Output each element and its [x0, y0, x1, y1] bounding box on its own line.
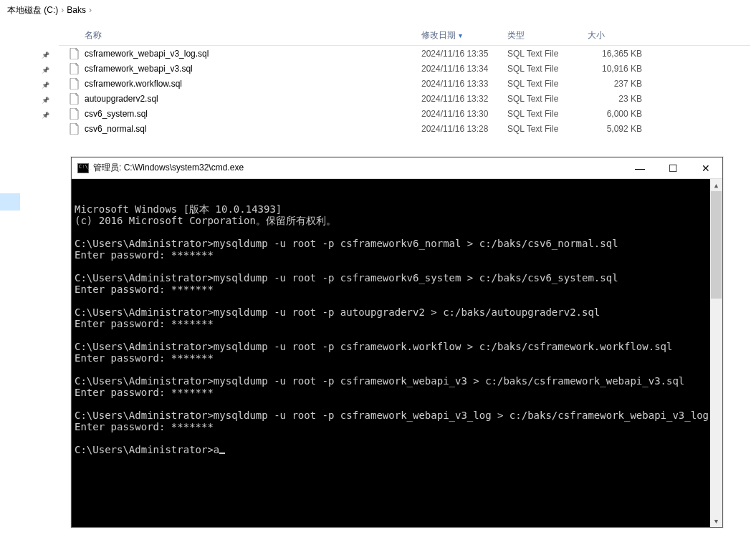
breadcrumb-separator: ›	[87, 5, 93, 15]
breadcrumb-separator: ›	[59, 5, 65, 15]
sort-descending-icon: ▾	[459, 32, 462, 39]
file-row[interactable]: csframework_webapi_v3_log.sql2024/11/16 …	[59, 46, 750, 61]
file-size: 6,000 KB	[588, 109, 648, 119]
scroll-down-icon[interactable]: ▼	[710, 515, 722, 527]
file-type: SQL Text File	[507, 109, 588, 119]
sql-file-icon	[69, 93, 80, 105]
cmd-icon	[77, 163, 89, 173]
pin-icon[interactable]: 📌	[42, 47, 49, 62]
file-list: 名称 修改日期▾ 类型 大小 📌📌📌📌📌 csframework_webapi_…	[59, 26, 750, 136]
sidebar-selected-item[interactable]	[0, 193, 20, 211]
breadcrumb[interactable]: 本地磁盘 (C:) › Baks ›	[0, 0, 756, 20]
pin-icon[interactable]: 📌	[42, 107, 49, 122]
scroll-thumb[interactable]	[711, 191, 722, 299]
file-name: autoupgraderv2.sql	[85, 94, 158, 104]
cmd-title: 管理员: C:\Windows\system32\cmd.exe	[93, 162, 623, 174]
file-date: 2024/11/16 13:32	[421, 94, 507, 104]
cmd-output[interactable]: Microsoft Windows [版本 10.0.14393] (c) 20…	[72, 179, 722, 527]
pin-icon[interactable]: 📌	[42, 77, 49, 92]
file-date: 2024/11/16 13:28	[421, 124, 507, 134]
breadcrumb-folder[interactable]: Baks	[65, 5, 87, 15]
file-list-header: 名称 修改日期▾ 类型 大小	[59, 26, 750, 46]
pin-icon[interactable]	[42, 122, 49, 137]
file-name: csv6_system.sql	[85, 109, 148, 119]
cmd-cursor	[219, 453, 225, 454]
file-type: SQL Text File	[507, 94, 588, 104]
file-date: 2024/11/16 13:35	[421, 49, 507, 59]
file-name: csframework.workflow.sql	[85, 79, 182, 89]
file-date: 2024/11/16 13:30	[421, 109, 507, 119]
pin-icon[interactable]: 📌	[42, 92, 49, 107]
file-row[interactable]: csv6_normal.sql2024/11/16 13:28SQL Text …	[59, 121, 750, 136]
column-header-date[interactable]: 修改日期▾	[421, 29, 507, 42]
maximize-button[interactable]: ☐	[656, 158, 689, 178]
sql-file-icon	[69, 78, 80, 90]
breadcrumb-root[interactable]: 本地磁盘 (C:)	[6, 4, 59, 16]
pin-icon[interactable]: 📌	[42, 62, 49, 77]
column-header-name[interactable]: 名称	[59, 29, 421, 42]
column-header-type[interactable]: 类型	[507, 29, 588, 42]
file-row[interactable]: csframework.workflow.sql2024/11/16 13:33…	[59, 76, 750, 91]
file-row[interactable]: autoupgraderv2.sql2024/11/16 13:32SQL Te…	[59, 91, 750, 106]
file-size: 237 KB	[588, 79, 648, 89]
file-row[interactable]: csframework_webapi_v3.sql2024/11/16 13:3…	[59, 61, 750, 76]
sql-file-icon	[69, 48, 80, 59]
column-header-size[interactable]: 大小	[588, 29, 648, 42]
pin-indicator-column: 📌📌📌📌📌	[42, 47, 49, 137]
file-type: SQL Text File	[507, 124, 588, 134]
file-size: 10,916 KB	[588, 64, 648, 74]
file-type: SQL Text File	[507, 64, 588, 74]
sql-file-icon	[69, 123, 80, 135]
file-row[interactable]: csv6_system.sql2024/11/16 13:30SQL Text …	[59, 106, 750, 121]
file-size: 16,365 KB	[588, 49, 648, 59]
cmd-title-bar[interactable]: 管理员: C:\Windows\system32\cmd.exe — ☐ ✕	[72, 158, 722, 179]
sql-file-icon	[69, 108, 80, 120]
file-size: 5,092 KB	[588, 124, 648, 134]
file-date: 2024/11/16 13:33	[421, 79, 507, 89]
file-type: SQL Text File	[507, 79, 588, 89]
file-size: 23 KB	[588, 94, 648, 104]
file-name: csframework_webapi_v3.sql	[85, 64, 193, 74]
scroll-up-icon[interactable]: ▲	[710, 179, 722, 191]
file-type: SQL Text File	[507, 49, 588, 59]
file-name: csv6_normal.sql	[85, 124, 147, 134]
cmd-window: 管理员: C:\Windows\system32\cmd.exe — ☐ ✕ M…	[71, 157, 723, 528]
cmd-scrollbar[interactable]: ▲ ▼	[710, 179, 722, 527]
file-name: csframework_webapi_v3_log.sql	[85, 49, 209, 59]
minimize-button[interactable]: —	[623, 158, 656, 178]
file-date: 2024/11/16 13:34	[421, 64, 507, 74]
sql-file-icon	[69, 63, 80, 74]
close-button[interactable]: ✕	[689, 158, 722, 178]
